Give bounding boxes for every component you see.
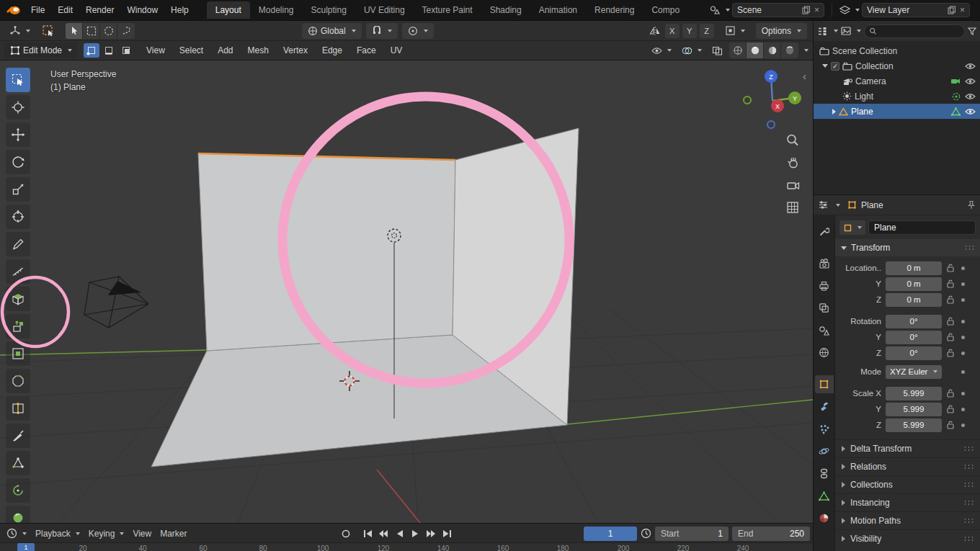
play-reverse-button[interactable] (392, 527, 406, 541)
auto-keying-button[interactable] (339, 527, 353, 541)
outliner-row-plane[interactable]: Plane (814, 104, 980, 119)
location-y-field[interactable]: 0 m (886, 277, 942, 291)
outliner-search-input[interactable] (864, 24, 965, 38)
animate-dot[interactable] (961, 424, 965, 427)
tool-spin-button[interactable] (6, 478, 30, 503)
tab-render[interactable] (815, 254, 834, 272)
tool-scale-button[interactable] (6, 177, 30, 202)
blender-logo[interactable] (6, 4, 22, 16)
tab-animation[interactable]: Animation (530, 1, 586, 19)
jump-next-keyframe-button[interactable] (424, 527, 438, 541)
mirror-y-toggle[interactable]: Y (682, 24, 697, 38)
gizmo-axis-z-negative[interactable] (767, 121, 775, 128)
keying-menu[interactable]: Keying (85, 526, 128, 542)
chevron-down-icon[interactable] (424, 30, 428, 32)
menu-uv[interactable]: UV (384, 43, 409, 58)
mesh-data-icon[interactable] (951, 107, 961, 116)
marker-menu[interactable]: Marker (156, 526, 190, 542)
tab-constraints[interactable] (815, 465, 834, 483)
eye-visibility-icon[interactable] (965, 78, 976, 85)
section-visibility[interactable]: Visibility (835, 529, 980, 547)
tool-smooth-button[interactable] (6, 506, 30, 523)
plane-mesh[interactable] (151, 128, 579, 467)
select-circle-button[interactable] (100, 23, 117, 39)
tab-layout[interactable]: Layout (207, 1, 250, 19)
shading-material-button[interactable] (764, 42, 781, 58)
tab-shading[interactable]: Shading (481, 1, 530, 19)
lock-icon[interactable] (946, 317, 955, 326)
tab-compositing[interactable]: Compo (643, 1, 688, 19)
tool-bevel-button[interactable] (6, 369, 30, 393)
chevron-down-icon[interactable] (388, 30, 392, 32)
menu-help[interactable]: Help (164, 3, 195, 17)
transform-pivot-button[interactable] (721, 23, 749, 39)
animate-dot[interactable] (961, 282, 965, 286)
active-tool-button[interactable] (38, 23, 58, 39)
tool-select-box-button[interactable] (6, 68, 30, 92)
section-collections[interactable]: Collections (835, 475, 980, 493)
jump-prev-keyframe-button[interactable] (376, 527, 391, 541)
tab-object-data[interactable] (815, 487, 834, 505)
animate-dot[interactable] (961, 408, 965, 411)
disclosure-closed-icon[interactable] (832, 109, 836, 115)
location-z-field[interactable]: 0 m (886, 293, 942, 307)
view-layer-field[interactable]: View Layer × (862, 3, 970, 17)
menu-file[interactable]: File (24, 3, 51, 17)
gizmo-axis-y-negative[interactable] (744, 97, 751, 104)
tab-sculpting[interactable]: Sculpting (303, 1, 355, 19)
transform-panel-header[interactable]: Transform (835, 239, 980, 256)
location-x-field[interactable]: 0 m (886, 261, 942, 275)
light-data-icon[interactable] (952, 92, 961, 101)
outliner-row-scene-collection[interactable]: Scene Collection (814, 43, 980, 58)
new-scene-icon[interactable] (802, 6, 810, 14)
tab-world[interactable] (815, 344, 834, 362)
tool-extrude-region-button[interactable] (6, 314, 30, 339)
zoom-icon[interactable] (785, 133, 801, 148)
tab-texture-paint[interactable]: Texture Paint (414, 1, 481, 19)
mirror-x-toggle[interactable]: X (665, 24, 680, 38)
vertex-select-button[interactable] (84, 43, 99, 58)
scale-x-field[interactable]: 5.999 (886, 387, 942, 400)
chevron-down-icon[interactable] (855, 9, 860, 12)
eye-visibility-icon[interactable] (965, 63, 976, 70)
tab-physics[interactable] (815, 442, 834, 460)
tool-add-cube-button[interactable] (6, 287, 30, 311)
orthographic-grid-icon[interactable] (785, 200, 801, 215)
view-menu[interactable]: View (129, 526, 155, 542)
menu-edge[interactable]: Edge (316, 43, 349, 58)
frame-start-field[interactable]: Start 1 (655, 527, 729, 541)
navigation-gizmo[interactable]: Z Y X (726, 66, 807, 135)
menu-edit[interactable]: Edit (51, 3, 79, 17)
shading-wireframe-button[interactable] (729, 42, 747, 58)
menu-face[interactable]: Face (350, 43, 383, 58)
play-button[interactable] (408, 527, 422, 541)
tool-transform-button[interactable] (6, 205, 30, 229)
unlink-scene-icon[interactable]: × (814, 6, 819, 14)
edge-select-button[interactable] (101, 43, 117, 58)
mirror-z-toggle[interactable]: Z (700, 24, 714, 38)
outliner-row-light[interactable]: Light (814, 89, 980, 104)
transform-orientation-dropdown[interactable]: Global (302, 23, 362, 39)
mode-dropdown[interactable]: Edit Mode (4, 42, 78, 58)
section-delta-transform[interactable]: Delta Transform (835, 439, 980, 457)
remove-view-layer-icon[interactable]: × (960, 6, 965, 14)
use-preview-range-icon[interactable] (641, 528, 651, 539)
proportional-editing-button[interactable] (402, 23, 434, 39)
section-instancing[interactable]: Instancing (835, 493, 980, 511)
panel-grip-icon[interactable] (963, 500, 974, 506)
tab-material[interactable] (815, 509, 834, 527)
tool-annotate-button[interactable] (6, 232, 30, 256)
playback-menu[interactable]: Playback (32, 526, 84, 542)
object-name-input[interactable]: Plane (868, 220, 976, 235)
animate-dot[interactable] (961, 392, 965, 395)
tab-scene[interactable] (815, 321, 834, 339)
tool-poly-build-button[interactable] (6, 451, 30, 475)
snap-toggle-button[interactable] (366, 23, 398, 39)
filter-icon[interactable] (968, 27, 976, 35)
lock-icon[interactable] (946, 389, 955, 398)
tool-inset-faces-button[interactable] (6, 341, 30, 366)
viewport-3d[interactable]: User Perspective (1) Plane (0, 61, 813, 523)
tab-particles[interactable] (815, 420, 834, 438)
tool-rotate-button[interactable] (6, 150, 30, 174)
rotation-y-field[interactable]: 0° (886, 331, 942, 344)
